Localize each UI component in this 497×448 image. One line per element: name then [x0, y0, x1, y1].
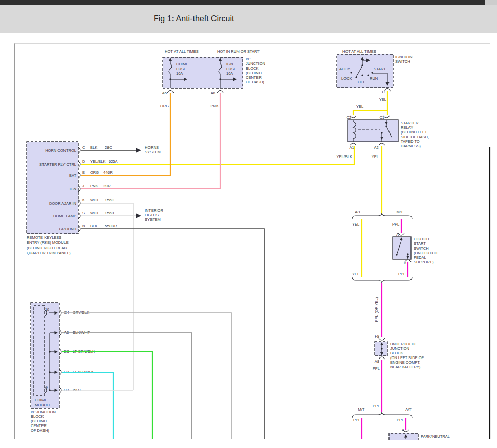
- position-label: OFF: [358, 80, 365, 84]
- component-label: SWITCH: [395, 59, 410, 64]
- wire-yel-blk-625a: [81, 146, 354, 164]
- component-label: CHIME: [35, 398, 47, 402]
- circuit-number: 28C: [105, 145, 112, 150]
- clutch-start-switch: A B CLUTCH START SWITCH (ON CLUTCH PEDAL…: [393, 232, 437, 277]
- component-label: (BEHIND RIGHT REAR: [27, 245, 68, 250]
- wire-color-label: PPL: [398, 272, 405, 276]
- circuit-number: 625A: [109, 159, 118, 164]
- fuse-name: FUSE: [176, 66, 186, 71]
- component-label: CENTER: [31, 423, 47, 428]
- ignition-switch: HOT AT ALL TIMES IGNITION SWITCH ACCY ST…: [337, 49, 412, 115]
- rke-module: HORN CONTROL C BLK 28C HORNS SYSTEM STAR…: [27, 93, 354, 439]
- pin-label: S: [82, 211, 85, 215]
- component-label: RELAY: [401, 125, 413, 130]
- wire-color-label: PNK: [90, 184, 98, 188]
- position-label: RUN: [370, 76, 378, 81]
- pin-label: D: [82, 159, 85, 164]
- component-label: CENTER: [246, 75, 262, 80]
- option-merge-brace: [352, 277, 412, 283]
- component-label: OF DASH): [31, 428, 49, 433]
- fuse-name: CHIME: [176, 62, 188, 66]
- component-label: BLOCK: [31, 414, 44, 419]
- component-label: CLUTCH: [414, 237, 429, 241]
- fuse-rating: 10A: [176, 71, 183, 76]
- component-label: SWITCH: [414, 246, 429, 251]
- wire-color-label: PPL: [353, 418, 360, 422]
- component-label: (BEHIND LEFT: [401, 130, 427, 135]
- position-dot-accy: [350, 72, 352, 73]
- component-label: QUARTER TRIM PANEL): [27, 251, 71, 255]
- wire-color-label: WHT: [90, 198, 99, 203]
- chime-module-block: 10 9 C4 GRY/BLK A3 BLK/WHT D3: [31, 303, 231, 439]
- wire-color-label-rotated: PPL (OR YEL): [374, 297, 379, 322]
- wire-color-label: PPL: [373, 404, 380, 408]
- destination-label: HORNS: [145, 145, 159, 150]
- option-split-brace: [352, 412, 412, 418]
- fuse-rating: 10A: [226, 71, 233, 76]
- component-label: (BEHIND: [31, 419, 47, 423]
- pin-label: K: [82, 198, 85, 203]
- pin-label: E: [82, 170, 85, 175]
- wire-color-label: YEL: [356, 104, 363, 109]
- wire-color-label: WHT: [90, 211, 99, 215]
- destination-label: LIGHTS: [145, 213, 159, 217]
- wire-lt-grn-blk: [62, 352, 152, 439]
- feed-label: HOT AT ALL TIMES: [342, 49, 376, 54]
- wire-color-label: BLK: [90, 223, 97, 228]
- wiring-diagram-viewer: Fig 1: Anti-theft Circuit HOT AT ALL TIM…: [0, 0, 497, 448]
- component-label: I/P: [246, 57, 250, 61]
- component-label: NEAR BATTERY): [390, 365, 421, 369]
- wire-color-label: YEL/BLK: [90, 159, 105, 164]
- component-label: (BEHIND: [246, 71, 262, 75]
- component-label: BLOCK: [246, 66, 258, 71]
- pin-bracket: [398, 233, 404, 235]
- component-label: SIDE OF DASH,: [401, 135, 429, 139]
- pin-label: 10: [45, 307, 49, 312]
- wire-color-label: YEL: [352, 222, 359, 227]
- park-neutral-switch: A PARK/NEUTRAL: [389, 428, 450, 440]
- ip-junction-block-fuses: HOT AT ALL TIMES HOT IN RUN OR START CHI…: [160, 49, 265, 108]
- rke-row-name: IGN: [70, 187, 76, 191]
- pin-bracket: [217, 91, 223, 93]
- component-label: (ON CLUTCH: [414, 251, 437, 255]
- component-label: MODULE: [35, 402, 51, 407]
- rke-row-name: STARTER RLY CTRL: [39, 162, 76, 167]
- destination-label: INTERIOR: [145, 208, 163, 213]
- pin-bracket: [384, 89, 391, 92]
- option-label: M/T: [397, 210, 403, 214]
- component-label: IGNITION: [395, 55, 412, 59]
- position-label: START: [374, 66, 386, 71]
- wire-color-label: BLK: [90, 145, 97, 150]
- circuit-number: 440R: [103, 170, 113, 175]
- pin-label: A8: [375, 359, 379, 364]
- pin-label: C2: [346, 115, 351, 120]
- component-label: PEDAL: [414, 255, 426, 260]
- pin-label: B: [404, 261, 406, 265]
- pin-bracket: [379, 143, 385, 145]
- option-label: A/T: [355, 210, 361, 214]
- component-label: (ON LEFT SIDE OF: [390, 355, 424, 360]
- anti-theft-circuit-diagram: HOT AT ALL TIMES HOT IN RUN OR START CHI…: [0, 0, 497, 448]
- component-label: TAPED TO: [401, 139, 420, 144]
- pin-label: A1: [349, 145, 354, 150]
- pin-label: F8: [375, 334, 379, 339]
- pin-label: A5: [162, 91, 167, 95]
- pin-label: C1: [379, 115, 384, 120]
- feed-label: HOT AT ALL TIMES: [165, 49, 199, 54]
- component-label: JUNCTION: [246, 61, 265, 66]
- component-label: STARTER: [401, 121, 419, 125]
- junction-dot: [381, 348, 382, 349]
- pin-bracket: [379, 357, 385, 359]
- wire-color-label: ORG: [160, 104, 169, 108]
- component-label: OF DASH): [246, 80, 264, 84]
- wire-blk-550rr: [81, 229, 264, 439]
- wire-yel-to-c2: [353, 111, 387, 115]
- position-dot-run: [367, 74, 369, 76]
- park-neutral-box: [389, 433, 418, 440]
- rke-row-name: GROUND: [59, 227, 77, 231]
- circuit-number: 156B: [105, 211, 114, 215]
- component-label: UNDERHOOD: [390, 342, 416, 346]
- position-label: LOCK: [341, 76, 352, 81]
- rke-row-name: HORN CONTROL: [45, 148, 76, 153]
- rke-row-name: DOME LAMP: [53, 214, 76, 218]
